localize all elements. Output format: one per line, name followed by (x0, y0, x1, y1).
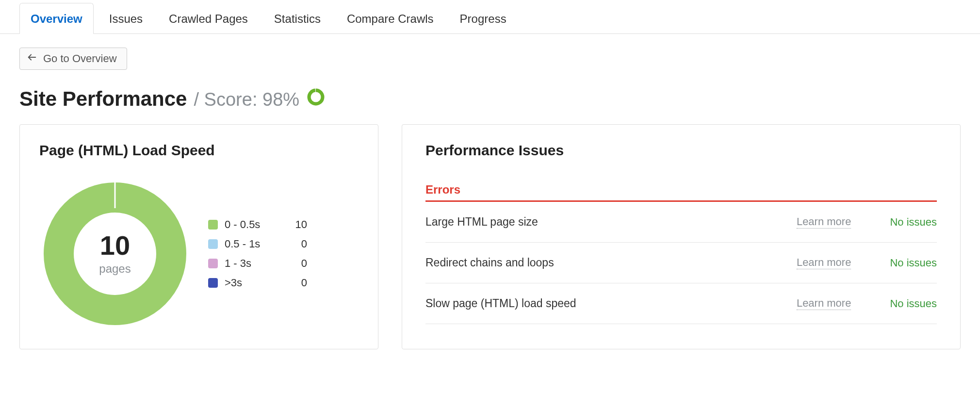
legend-swatch (208, 259, 218, 268)
issue-row: Large HTML page size Learn more No issue… (425, 202, 937, 243)
arrow-left-icon (27, 52, 37, 66)
issue-row: Slow page (HTML) load speed Learn more N… (425, 283, 937, 324)
svg-point-2 (309, 90, 323, 104)
issues-group-errors: Errors (425, 183, 937, 202)
issue-status: No issues (890, 297, 937, 310)
legend-swatch (208, 220, 218, 230)
legend-label: 1 - 3s (225, 257, 288, 270)
tab-statistics[interactable]: Statistics (263, 3, 331, 33)
issue-name: Slow page (HTML) load speed (425, 297, 797, 310)
legend-value: 10 (288, 218, 307, 231)
legend-item-1[interactable]: 0.5 - 1s 0 (208, 238, 307, 250)
page-title: Site Performance (19, 87, 187, 111)
page-title-row: Site Performance / Score: 98% (0, 70, 980, 124)
tab-overview[interactable]: Overview (19, 3, 94, 34)
issue-name: Large HTML page size (425, 215, 797, 229)
legend-item-0[interactable]: 0 - 0.5s 10 (208, 218, 307, 231)
legend-swatch (208, 278, 218, 288)
issues-title: Performance Issues (425, 142, 937, 159)
learn-more-link[interactable]: Learn more (797, 215, 851, 229)
legend-item-2[interactable]: 1 - 3s 0 (208, 257, 307, 270)
issue-row: Redirect chains and loops Learn more No … (425, 243, 937, 283)
score-progress-icon (307, 88, 325, 108)
tab-compare-crawls[interactable]: Compare Crawls (336, 3, 444, 33)
go-to-overview-button[interactable]: Go to Overview (19, 48, 127, 70)
tab-crawled-pages[interactable]: Crawled Pages (158, 3, 259, 33)
score-text: / Score: 98% (194, 89, 299, 110)
back-button-label: Go to Overview (43, 52, 117, 65)
load-speed-card: Page (HTML) Load Speed 10 pages 0 (19, 124, 378, 349)
performance-issues-card: Performance Issues Errors Large HTML pag… (402, 124, 961, 349)
learn-more-link[interactable]: Learn more (797, 256, 851, 269)
legend-item-3[interactable]: >3s 0 (208, 277, 307, 289)
tab-issues[interactable]: Issues (98, 3, 153, 33)
learn-more-link[interactable]: Learn more (797, 297, 851, 310)
donut-center-value: 10 (100, 232, 130, 259)
legend-value: 0 (288, 257, 307, 270)
load-speed-title: Page (HTML) Load Speed (39, 142, 359, 159)
legend-label: 0.5 - 1s (225, 238, 288, 250)
legend-label: 0 - 0.5s (225, 218, 288, 231)
donut-center-label: pages (99, 262, 131, 276)
legend-swatch (208, 239, 218, 249)
tab-bar: Overview Issues Crawled Pages Statistics… (0, 0, 980, 34)
load-speed-legend: 0 - 0.5s 10 0.5 - 1s 0 1 - 3s 0 (208, 218, 307, 289)
load-speed-donut-chart: 10 pages (39, 178, 191, 329)
legend-label: >3s (225, 277, 288, 289)
issue-name: Redirect chains and loops (425, 256, 797, 269)
issue-status: No issues (890, 257, 937, 269)
legend-value: 0 (288, 277, 307, 289)
issue-status: No issues (890, 216, 937, 229)
tab-progress[interactable]: Progress (449, 3, 517, 33)
legend-value: 0 (288, 238, 307, 250)
